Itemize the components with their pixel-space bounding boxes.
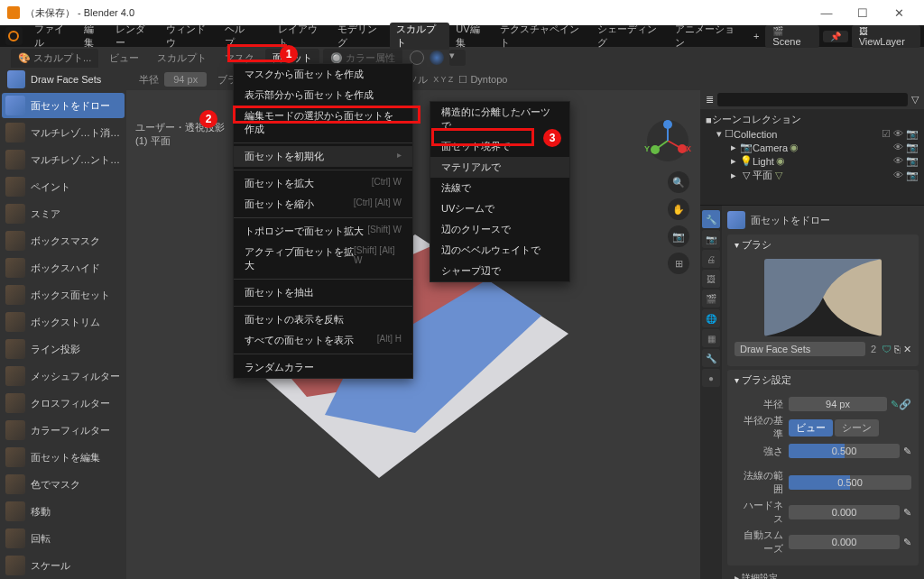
workspace-layout[interactable]: レイアウト — [272, 23, 331, 50]
menu-item-grow[interactable]: 面セットを拡大[Ctrl] W — [234, 173, 412, 194]
tool-2[interactable]: マルチレゾ…ントスミア — [2, 147, 125, 172]
submenu-item-6[interactable]: 辺のベベルウェイトで — [430, 240, 569, 261]
prop-tab-output[interactable]: 🖨 — [702, 250, 720, 268]
outliner-item-0[interactable]: ▸📷 Camera ◉👁 📷 — [706, 141, 919, 154]
pin-scene-icon[interactable]: 📌 — [823, 31, 848, 42]
menu-window[interactable]: ウィンドウ — [160, 23, 219, 50]
pen-pressure-icon-3[interactable]: ✎ — [900, 507, 911, 519]
pen-pressure-icon-2[interactable]: ✎ — [900, 446, 911, 457]
tool-0[interactable]: 面セットをドロー — [2, 93, 125, 118]
brush-new-icon[interactable]: ⎘ — [892, 344, 903, 354]
submenu-item-3[interactable]: 法線で — [430, 178, 569, 198]
menu-render[interactable]: レンダー — [109, 23, 159, 50]
submenu-item-5[interactable]: 辺のクリースで — [430, 219, 569, 240]
brush-unlink-icon[interactable]: ✕ — [903, 344, 911, 355]
tool-5[interactable]: ボックスマスク — [2, 228, 125, 253]
tool-13[interactable]: 面セットを編集 — [2, 445, 125, 470]
workspace-sculpt[interactable]: スカルプト — [390, 23, 449, 50]
radius-slider[interactable]: 94 px — [164, 72, 207, 87]
outliner-item-2[interactable]: ▸▽ 平面 ▽👁 📷 — [706, 168, 919, 183]
minimize-button[interactable]: — — [808, 6, 845, 20]
link-icon[interactable]: 🔗 — [899, 399, 911, 410]
workspace-texpaint[interactable]: テクスチャペイント — [494, 23, 590, 50]
tool-1[interactable]: マルチレゾ…ト消しゴム — [2, 120, 125, 145]
menu-help[interactable]: ヘルプ — [218, 23, 259, 50]
outliner-item-1[interactable]: ▸💡 Light ◉👁 📷 — [706, 154, 919, 168]
workspace-add[interactable]: + — [747, 31, 765, 41]
workspace-modeling[interactable]: モデリング — [331, 23, 391, 50]
menu-item-topo[interactable]: トポロジーで面セット拡大[Shift] W — [234, 221, 412, 242]
tool-12[interactable]: カラーフィルター — [2, 418, 125, 443]
menu-item-invert[interactable]: 面セットの表示を反転 — [234, 309, 412, 330]
menu-item-random[interactable]: ランダムカラー — [234, 357, 412, 378]
brush-fake-user-icon[interactable]: 🛡 — [882, 344, 892, 354]
prop-radius[interactable]: 94 px — [789, 397, 887, 411]
submenu-item-4[interactable]: UVシームで — [430, 198, 569, 219]
menu-item-showall[interactable]: すべての面セットを表示[Alt] H — [234, 330, 412, 351]
outliner-search[interactable] — [717, 93, 908, 106]
tool-16[interactable]: 回転 — [2, 526, 125, 551]
prop-tab-object[interactable]: ▦ — [702, 329, 720, 347]
outliner-collection[interactable]: ▾ ☐ Collection☑ 👁 📷 — [706, 127, 919, 141]
pen-pressure-icon[interactable]: ✎ — [887, 399, 899, 410]
tool-9[interactable]: ライン投影 — [2, 336, 125, 362]
panel-詳細設定[interactable]: ▸ 詳細設定 — [727, 569, 919, 579]
tool-3[interactable]: ペイント — [2, 174, 125, 199]
tool-17[interactable]: スケール — [2, 553, 125, 578]
menu-item[interactable]: 表示部分から面セットを作成 — [234, 85, 412, 106]
header-dyntopo[interactable]: ☐ Dyntopo — [458, 74, 507, 86]
outliner-filter-icon[interactable]: ▽ — [911, 94, 919, 106]
workspace-uv[interactable]: UV編集 — [449, 23, 494, 50]
basis-view-button[interactable]: ビュー — [789, 419, 833, 437]
persp-icon[interactable]: ⊞ — [668, 253, 689, 274]
menu-item[interactable]: マスクから面セットを作成 — [234, 64, 412, 85]
tool-4[interactable]: スミア — [2, 201, 125, 226]
viewport-3d[interactable]: ユーザー・透視投影 (1) 平面 Z Y X 🔍 ✋ 📷 ⊞ — [126, 90, 700, 579]
workspace-shading[interactable]: シェーディング — [591, 23, 670, 50]
prop-autosmooth[interactable]: 0.000 — [789, 535, 900, 549]
prop-normal[interactable]: 0.500 — [789, 475, 911, 490]
menu-edit[interactable]: 編集 — [78, 23, 109, 50]
menu-item-extrude[interactable]: 面セットを抽出 — [234, 282, 412, 303]
tool-6[interactable]: ボックスハイド — [2, 255, 125, 280]
prop-tab-scene[interactable]: 🎬 — [702, 290, 720, 308]
menu-item-init[interactable]: 面セットを初期化▸ — [234, 146, 412, 167]
tool-10[interactable]: メッシュフィルター — [2, 363, 125, 389]
pan-icon[interactable]: ✋ — [668, 198, 689, 220]
prop-tab-viewlayer[interactable]: 🖼 — [702, 270, 720, 288]
brush-preview[interactable] — [764, 259, 882, 336]
tool-14[interactable]: 色でマスク — [2, 472, 125, 497]
shading-dropdown-icon[interactable]: ▾ — [449, 50, 466, 66]
tool-8[interactable]: ボックストリム — [2, 309, 125, 335]
zoom-icon[interactable]: 🔍 — [668, 171, 689, 193]
prop-tab-render[interactable]: 📷 — [702, 230, 720, 248]
submenu-item-7[interactable]: シャープ辺で — [430, 261, 569, 281]
prop-hardness[interactable]: 0.000 — [789, 505, 900, 519]
viewlayer-selector[interactable]: 🖼 ViewLayer — [852, 25, 920, 48]
menu-item-active[interactable]: アクティブ面セットを拡大[Shift] [Alt] W — [234, 242, 412, 276]
brush-settings-header[interactable]: ▾ ブラシ設定 — [727, 370, 919, 391]
basis-scene-button[interactable]: シーン — [835, 419, 879, 437]
menu-item-shrink[interactable]: 面セットを縮小[Ctrl] [Alt] W — [234, 194, 412, 215]
tool-7[interactable]: ボックス面セット — [2, 282, 125, 308]
workspace-animation[interactable]: アニメーション — [669, 23, 747, 50]
outliner[interactable]: ≣ ▽ ■ シーンコレクション ▾ ☐ Collection☑ 👁 📷 ▸📷 C… — [700, 90, 924, 206]
prop-tab-material[interactable]: ● — [702, 369, 720, 387]
prop-tab-world[interactable]: 🌐 — [702, 309, 720, 327]
submenu-item-2[interactable]: マテリアルで — [430, 157, 569, 178]
menu-item[interactable]: 編集モードの選択から面セットを作成 — [234, 106, 412, 140]
header-view-menu[interactable]: ビュー — [102, 49, 146, 68]
tool-15[interactable]: 移動 — [2, 499, 125, 524]
close-button[interactable]: ✕ — [881, 6, 917, 20]
prop-tab-modifier[interactable]: 🔧 — [702, 349, 720, 367]
maximize-button[interactable]: ☐ — [845, 6, 881, 20]
blender-icon[interactable] — [5, 27, 23, 45]
prop-tab-tool[interactable]: 🔧 — [702, 210, 720, 228]
tool-11[interactable]: クロスフィルター — [2, 391, 125, 416]
pen-pressure-icon-4[interactable]: ✎ — [900, 537, 911, 548]
prop-strength[interactable]: 0.500 — [789, 444, 900, 458]
outliner-type-icon[interactable]: ≣ — [706, 94, 714, 106]
brush-panel-header[interactable]: ▾ ブラシ — [727, 234, 919, 255]
mode-dropdown[interactable]: 🎨 スカルプト... — [11, 49, 98, 68]
header-sculpt-menu[interactable]: スカルプト — [150, 49, 214, 68]
